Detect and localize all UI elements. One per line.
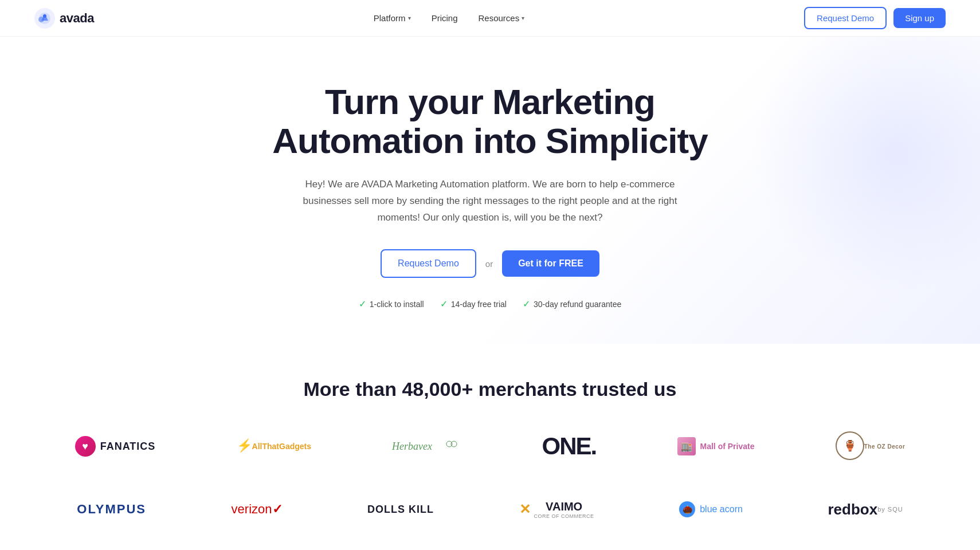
check-icon-install: ✓ [359,298,366,309]
allthat-text: AllThatGadgets [252,442,311,451]
redbox-sub-text: by SQU [877,506,903,513]
badge-trial: ✓ 14-day free trial [440,298,507,309]
cta-or-text: or [485,259,493,269]
acorn-icon: 🌰 [679,501,695,517]
brand-herbavex: Herbavex [392,429,461,463]
brand-ozdecor: 🏺 The OZ Decor [836,429,905,463]
brand-vaimo: ✕ VAIMO CORE OF COMMERCE [519,492,594,527]
brand-logo-row-1: ♥ FANATICS ⚡ AllThatGadgets Herbavex ONE… [34,429,946,463]
vaimo-sub: CORE OF COMMERCE [534,513,594,519]
oz-circle: 🏺 [836,431,864,460]
nav-links: Platform ▾ Pricing Resources ▾ [366,9,532,28]
acorn-text: blue acorn [700,504,743,514]
brand-redbox: redbox by SQU [828,492,903,527]
fanatics-text: FANATICS [100,441,156,453]
badge-refund-text: 30-day refund guarantee [534,300,621,309]
badge-install: ✓ 1-click to install [359,298,424,309]
hero-subtitle: Hey! We are AVADA Marketing Automation p… [289,176,691,226]
hero-request-demo-button[interactable]: Request Demo [381,249,476,278]
badge-install-text: 1-click to install [370,300,424,309]
oz-inner-icon: 🏺 [844,439,856,452]
redbox-main-text: redbox [828,501,877,518]
hero-section: Turn your Marketing Automation into Simp… [0,37,980,344]
svg-point-3 [43,14,46,18]
mall-icon: 🏬 [677,437,696,455]
nav-actions: Request Demo Sign up [804,7,946,29]
logo-icon [34,8,55,29]
olympus-text: OLYMPUS [77,502,146,517]
check-icon-refund: ✓ [523,298,530,309]
badge-refund: ✓ 30-day refund guarantee [523,298,621,309]
resources-chevron-icon: ▾ [522,15,524,21]
vaimo-text: VAIMO [546,500,582,513]
nav-resources[interactable]: Resources ▾ [470,9,532,28]
herbavex-svg: Herbavex [392,434,461,457]
brand-dollskill: DOLLS KILL [367,492,434,527]
trusted-title: More than 48,000+ merchants trusted us [34,378,946,400]
oz-text: The OZ Decor [864,443,905,450]
fanatics-icon: ♥ [75,436,96,457]
trusted-section: More than 48,000+ merchants trusted us ♥… [0,344,980,550]
allthat-icon: ⚡ [237,438,252,453]
hero-cta: Request Demo or Get it for FREE [23,249,957,278]
badge-trial-text: 14-day free trial [451,300,507,309]
brand-fanatics: ♥ FANATICS [75,429,156,463]
svg-point-2 [38,17,44,22]
brand-verizon: verizon✓ [232,492,283,527]
svg-text:Herbavex: Herbavex [392,441,432,452]
brand-one: ONE. [542,429,597,463]
nav-pricing[interactable]: Pricing [424,9,466,28]
vaimo-text-group: VAIMO CORE OF COMMERCE [534,500,594,519]
nav-platform[interactable]: Platform ▾ [366,9,419,28]
mall-text: Mall of Private [700,442,755,451]
herbavex-text: Herbavex [392,434,461,459]
logo-text: avada [60,11,94,26]
one-text: ONE. [542,433,597,460]
navbar: avada Platform ▾ Pricing Resources ▾ Req… [0,0,980,37]
brand-olympus: OLYMPUS [77,492,146,527]
logo[interactable]: avada [34,8,94,29]
check-icon-trial: ✓ [440,298,448,309]
hero-get-free-button[interactable]: Get it for FREE [502,250,599,277]
verizon-text: verizon✓ [232,502,283,517]
nav-signup-button[interactable]: Sign up [893,8,946,28]
brand-mallofprivate: 🏬 Mall of Private [677,429,755,463]
brand-blueacorn: 🌰 blue acorn [679,492,743,527]
hero-title: Turn your Marketing Automation into Simp… [232,82,748,160]
nav-request-demo-button[interactable]: Request Demo [804,7,887,29]
brand-allthat: ⚡ AllThatGadgets [237,429,311,463]
hero-badges: ✓ 1-click to install ✓ 14-day free trial… [23,298,957,309]
vaimo-x-icon: ✕ [519,501,531,517]
dollskill-text: DOLLS KILL [367,504,434,516]
platform-chevron-icon: ▾ [408,15,411,21]
brand-logo-row-2: OLYMPUS verizon✓ DOLLS KILL ✕ VAIMO CORE… [34,492,946,527]
